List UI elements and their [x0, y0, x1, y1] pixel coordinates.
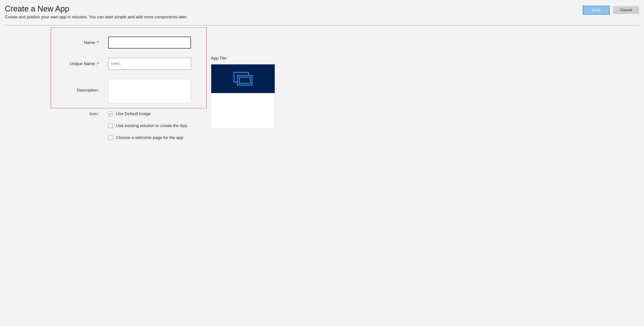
app-tile-preview [211, 64, 275, 129]
use-default-image-wrap: ✓ Use Default Image [108, 111, 150, 116]
app-tile-header [211, 64, 275, 93]
icon-row: Icon: ✓ Use Default Image [57, 111, 200, 116]
description-row: Description: [58, 79, 200, 104]
use-existing-solution-label: Use existing solution to create the App [116, 123, 187, 128]
description-label: Description: [58, 79, 108, 93]
unique-name-input[interactable] [108, 58, 191, 70]
name-input[interactable] [108, 37, 191, 49]
cancel-button[interactable]: Cancel [613, 6, 639, 14]
page-header: Create a New App Create and publish your… [5, 5, 639, 25]
icon-label: Icon: [57, 111, 108, 116]
use-existing-solution-row: Use existing solution to create the App [57, 123, 200, 128]
unique-name-row: Unique Name :* [58, 58, 200, 70]
form-left-column: Name :* Unique Name :* Description: [5, 28, 206, 147]
app-tile-icon [234, 72, 252, 86]
choose-welcome-page-row: Choose a welcome page for the app [57, 135, 200, 140]
done-button[interactable]: Done [583, 6, 609, 14]
required-fields-highlight: Name :* Unique Name :* Description: [51, 28, 206, 108]
description-input[interactable] [108, 79, 191, 103]
unique-name-input-wrap [108, 58, 200, 70]
choose-welcome-page-checkbox[interactable] [108, 135, 113, 140]
app-tile-label: App Tile: [211, 56, 275, 61]
choose-welcome-page-wrap: Choose a welcome page for the app [108, 135, 183, 140]
unique-name-label: Unique Name :* [58, 61, 108, 66]
name-input-wrap [108, 37, 200, 49]
form-area: Name :* Unique Name :* Description: [5, 28, 639, 147]
app-tile-area: App Tile: [211, 28, 275, 129]
use-existing-solution-wrap: Use existing solution to create the App [108, 123, 187, 128]
header-actions: Done Cancel [583, 6, 639, 14]
page-title: Create a New App [5, 5, 188, 13]
choose-welcome-page-label: Choose a welcome page for the app [116, 135, 183, 140]
description-input-wrap [108, 79, 200, 104]
use-default-image-checkbox[interactable]: ✓ [108, 111, 113, 116]
header-text: Create a New App Create and publish your… [5, 5, 188, 20]
options-section: Icon: ✓ Use Default Image Use existing s… [51, 108, 206, 140]
use-existing-solution-checkbox[interactable] [108, 123, 113, 128]
use-default-image-label: Use Default Image [116, 111, 150, 116]
name-row: Name :* [58, 37, 200, 49]
page-subtitle: Create and publish your own app in minut… [5, 15, 188, 20]
name-label: Name :* [58, 40, 108, 45]
